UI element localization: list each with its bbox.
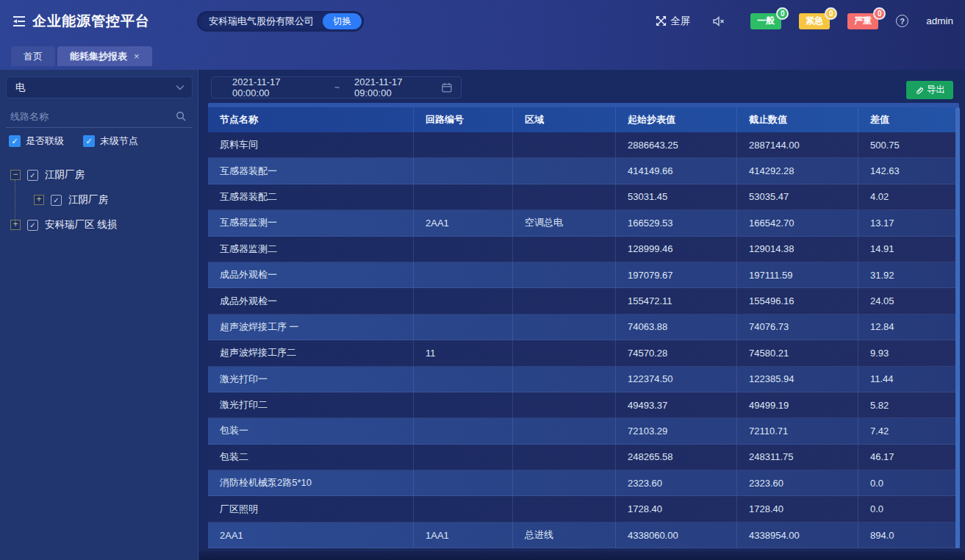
mute-sound-icon[interactable] [712, 15, 725, 27]
table-cell [414, 315, 513, 340]
table-cell: 2AA1 [414, 210, 513, 235]
table-cell: 超声波焊接工序二 [208, 340, 414, 365]
table-row[interactable]: 消防栓机械泵2路5*102323.602323.600.0 [208, 470, 959, 496]
expand-node-icon[interactable]: + [34, 195, 44, 205]
fullscreen-label: 全屏 [670, 15, 690, 28]
alarm-severe-button[interactable]: 严重 0 [847, 13, 878, 29]
help-icon[interactable]: ? [896, 15, 908, 27]
table-cell: 122385.94 [737, 367, 858, 392]
vertical-scrollbar[interactable] [955, 107, 960, 549]
close-tab-icon[interactable]: × [134, 51, 140, 62]
table-row[interactable]: 原料车间2886643.252887144.00500.75 [208, 132, 959, 158]
table-cell [513, 367, 616, 392]
table-cell: 包装二 [208, 445, 414, 470]
table-cell: 1AA1 [414, 523, 513, 548]
tab-energy-report[interactable]: 能耗集抄报表 × [57, 46, 152, 66]
export-button[interactable]: 导出 [906, 81, 953, 99]
header-row: 企业能源管控平台 安科瑞电气股份有限公司 切换 全屏 [0, 0, 965, 42]
column-header-area: 区域 [513, 107, 616, 132]
horizontal-scroll-track[interactable] [199, 548, 965, 560]
table-cell [414, 158, 513, 183]
table-cell: 24.05 [858, 288, 959, 313]
leaf-node-checkbox[interactable]: ✓ [83, 135, 95, 147]
meter-reading-table: 节点名称 回路编号 区域 起始抄表值 截止数值 差值 原料车间2886643.2… [208, 103, 959, 549]
date-start-value: 2021-11-17 00:00:00 [232, 76, 320, 98]
current-user[interactable]: admin [926, 15, 953, 26]
table-cell: 414292.28 [737, 158, 858, 183]
date-separator: ~ [334, 82, 340, 93]
energy-type-select[interactable]: 电 [6, 76, 193, 98]
alarm-urgent-button[interactable]: 紧急 0 [799, 13, 830, 29]
table-cell: 49499.19 [737, 392, 858, 417]
table-cell: 2887144.00 [737, 132, 858, 157]
table-cell [414, 496, 513, 521]
app-window: 企业能源管控平台 安科瑞电气股份有限公司 切换 全屏 [0, 0, 965, 560]
table-cell: 超声波焊接工序 一 [208, 315, 414, 340]
expand-node-icon[interactable]: + [10, 220, 21, 230]
table-row[interactable]: 互感器装配一414149.66414292.28142.63 [208, 158, 959, 184]
paperclip-icon [914, 85, 923, 95]
tree-node[interactable]: +✓安科瑞厂区 线损 [10, 218, 198, 231]
table-row[interactable]: 互感器监测二128999.46129014.3814.91 [208, 237, 959, 262]
sidebar: 电 ✓ 是否联级 ✓ 末级节点 −✓江阴厂房+✓江阴厂房+✓安科瑞厂区 线损 [0, 70, 198, 560]
table-cell: 4338954.00 [737, 523, 858, 548]
table-row[interactable]: 激光打印一122374.50122385.9411.44 [208, 367, 959, 392]
table-cell [513, 184, 616, 209]
tree-node-checkbox[interactable]: ✓ [27, 220, 38, 231]
table-cell: 155472.11 [616, 288, 737, 313]
tab-home[interactable]: 首页 [11, 46, 55, 66]
tab-bar: 首页 能耗集抄报表 × [0, 42, 965, 70]
table-cell: 166542.70 [737, 210, 858, 235]
table-row[interactable]: 厂区照明1728.401728.400.0 [208, 496, 959, 522]
cascade-checkbox-label: 是否联级 [26, 134, 64, 148]
table-cell [513, 392, 616, 417]
fullscreen-button[interactable]: 全屏 [656, 15, 690, 28]
tree-node-checkbox[interactable]: ✓ [27, 170, 38, 181]
table-cell: 互感器监测二 [208, 237, 414, 262]
table-cell: 1728.40 [616, 496, 737, 521]
table-cell: 53035.47 [737, 184, 858, 209]
table-cell [414, 367, 513, 392]
table-cell: 7.42 [858, 418, 959, 443]
table-cell: 122374.50 [616, 367, 737, 392]
date-range-picker[interactable]: 2021-11-17 00:00:00 ~ 2021-11-17 09:00:0… [211, 76, 462, 98]
table-row[interactable]: 互感器装配二53031.4553035.474.02 [208, 184, 959, 210]
cascade-checkbox[interactable]: ✓ [9, 135, 21, 147]
table-cell: 4.02 [858, 184, 959, 209]
column-header-diff: 差值 [858, 107, 959, 132]
table-cell: 4338060.00 [616, 523, 737, 548]
table-row[interactable]: 包装一72103.2972110.717.42 [208, 418, 959, 444]
table-cell: 互感器监测一 [208, 210, 414, 235]
date-end-value: 2021-11-17 09:00:00 [354, 76, 442, 98]
collapse-menu-icon[interactable] [10, 12, 28, 30]
table-cell [414, 262, 513, 287]
company-name: 安科瑞电气股份有限公司 [209, 15, 314, 28]
table-row[interactable]: 激光打印二49493.3749499.195.82 [208, 392, 959, 418]
tree-node-checkbox[interactable]: ✓ [51, 195, 62, 206]
collapse-node-icon[interactable]: − [10, 170, 21, 180]
table-row[interactable]: 2AA11AA1总进线4338060.004338954.00894.0 [208, 523, 959, 548]
fullscreen-icon [656, 15, 667, 26]
table-row[interactable]: 超声波焊接工序 一74063.8874076.7312.84 [208, 315, 959, 340]
alarm-severe-label: 严重 [854, 15, 872, 27]
table-cell: 74063.88 [616, 315, 737, 340]
table-cell: 空调总电 [513, 210, 616, 235]
search-icon [176, 111, 187, 122]
tree-node[interactable]: +✓江阴厂房 [34, 193, 198, 207]
line-search-input[interactable] [10, 111, 176, 122]
table-header-row: 节点名称 回路编号 区域 起始抄表值 截止数值 差值 [208, 107, 959, 132]
table-cell [513, 445, 616, 470]
table-row[interactable]: 互感器监测一2AA1空调总电166529.53166542.7013.17 [208, 210, 959, 236]
table-row[interactable]: 成品外观检一197079.67197111.5931.92 [208, 262, 959, 288]
alarm-normal-button[interactable]: 一般 0 [750, 13, 781, 29]
switch-company-button[interactable]: 切换 [323, 13, 362, 29]
alarm-urgent-count-badge: 0 [825, 7, 837, 20]
table-row[interactable]: 超声波焊接工序二1174570.2874580.219.93 [208, 340, 959, 366]
tree-node[interactable]: −✓江阴厂房 [10, 168, 198, 182]
table-cell: 2AA1 [208, 523, 414, 548]
tab-home-label: 首页 [24, 50, 43, 63]
table-row[interactable]: 成品外观检一155472.11155496.1624.05 [208, 288, 959, 314]
table-cell: 72103.29 [616, 418, 737, 443]
table-row[interactable]: 包装二248265.58248311.7546.17 [208, 445, 959, 470]
table-cell: 49493.37 [616, 392, 737, 417]
